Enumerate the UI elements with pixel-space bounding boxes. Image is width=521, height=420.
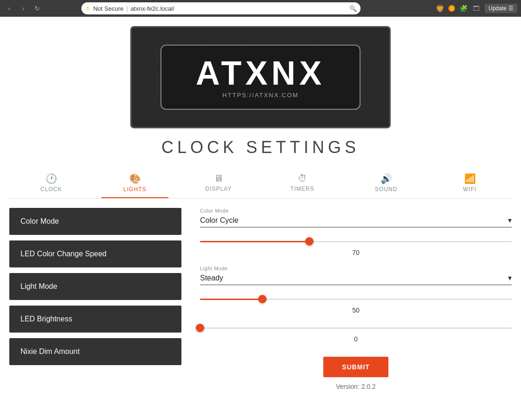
tab-clock-label: CLOCK	[40, 186, 62, 193]
color-mode-group: Color Mode Color Cycle Static Rainbow Br…	[200, 208, 512, 227]
nixie-dim-slider-thumb[interactable]	[196, 324, 204, 332]
tab-display-label: DISPLAY	[206, 186, 232, 192]
light-mode-group: Light Mode Steady Pulsing Flashing Off ▾	[200, 266, 512, 285]
controls-panel: Color Mode Color Cycle Static Rainbow Br…	[191, 208, 512, 390]
forward-button[interactable]: ›	[18, 3, 29, 14]
tab-clock[interactable]: 🕐 CLOCK	[9, 168, 93, 198]
tab-timers[interactable]: ⏱ TIMERS	[260, 168, 344, 198]
led-color-change-speed-button[interactable]: LED Color Change Speed	[9, 240, 181, 267]
led-brightness-slider-fill	[200, 299, 262, 300]
tab-sound[interactable]: 🔊 SOUND	[344, 168, 428, 198]
light-mode-select[interactable]: Steady Pulsing Flashing Off	[200, 273, 302, 283]
reload-button[interactable]: ↻	[32, 3, 43, 14]
color-mode-dropdown-wrapper: Color Cycle Static Rainbow Breathing ▾	[200, 215, 512, 227]
led-brightness-slider-container	[200, 294, 512, 304]
nixie-dim-slider-bg	[200, 327, 512, 329]
led-brightness-value: 50	[200, 307, 512, 314]
clock-icon: 🕐	[46, 173, 57, 184]
security-icon: ⚠	[85, 5, 90, 12]
color-mode-label: Color Mode	[200, 208, 512, 213]
security-label: Not Secure	[93, 5, 123, 12]
nixie-dim-value: 0	[200, 335, 512, 343]
update-button[interactable]: Update ☰	[485, 4, 517, 13]
light-mode-label: Light Mode	[200, 266, 512, 271]
led-speed-slider-thumb[interactable]	[305, 237, 314, 246]
separator: |	[126, 5, 127, 12]
light-mode-arrow-icon: ▾	[508, 273, 512, 282]
browser-right: 🦁 1 🧩 🗔 Update ☰	[435, 4, 517, 13]
nixie-dim-slider-container	[200, 323, 512, 333]
led-brightness-slider-group: 50	[200, 294, 512, 314]
led-brightness-button[interactable]: LED Brightness	[9, 306, 181, 333]
submit-area: SUBMIT Version: 2.0.2	[200, 357, 512, 390]
notification-badge: 1	[448, 5, 455, 12]
tab-sound-label: SOUND	[375, 186, 397, 193]
logo-inner: ATXNX HTTPS://ATXNX.COM	[160, 45, 361, 110]
tab-timers-label: TIMERS	[290, 186, 314, 192]
tab-display[interactable]: 🖥 DISPLAY	[177, 168, 260, 198]
tab-lights[interactable]: 🎨 LIGHTS	[93, 168, 177, 198]
tab-lights-label: LIGHTS	[123, 186, 146, 193]
led-speed-slider-container	[200, 237, 512, 246]
tab-wifi-label: WIFI	[463, 186, 476, 193]
wifi-icon: 📶	[464, 173, 476, 184]
profile-icon: 🗔	[472, 4, 481, 13]
display-icon: 🖥	[214, 173, 223, 184]
submit-button[interactable]: SUBMIT	[323, 357, 388, 377]
address-bar[interactable]: ⚠ Not Secure | atxnx-fe2c.local/ 🔍	[81, 2, 361, 14]
led-speed-slider-fill	[200, 241, 309, 242]
nixie-dim-slider-group: 0	[200, 323, 512, 343]
light-mode-button[interactable]: Light Mode	[9, 273, 181, 300]
sidebar: Color Mode LED Color Change Speed Light …	[9, 208, 191, 390]
page-content: ATXNX HTTPS://ATXNX.COM CLOCK SETTINGS 🕐…	[0, 17, 521, 413]
led-brightness-slider-thumb[interactable]	[258, 295, 267, 303]
tab-wifi[interactable]: 📶 WIFI	[428, 168, 512, 198]
logo-text: ATXNX	[196, 56, 326, 90]
page-title: CLOCK SETTINGS	[161, 138, 360, 157]
color-mode-select[interactable]: Color Cycle Static Rainbow Breathing	[200, 215, 302, 225]
main-content: Color Mode LED Color Change Speed Light …	[9, 199, 512, 400]
logo-container: ATXNX HTTPS://ATXNX.COM	[130, 26, 391, 128]
version-text: Version: 2.0.2	[336, 383, 376, 390]
url-text: atxnx-fe2c.local/	[131, 5, 174, 12]
light-mode-dropdown-wrapper: Steady Pulsing Flashing Off ▾	[200, 273, 512, 285]
search-icon: 🔍	[349, 5, 357, 12]
logo-url: HTTPS://ATXNX.COM	[222, 92, 299, 99]
color-mode-arrow-icon: ▾	[508, 216, 512, 225]
extensions-icon: 🧩	[459, 4, 468, 13]
led-speed-slider-group: 70	[200, 237, 512, 256]
nixie-dim-amount-button[interactable]: Nixie Dim Amount	[9, 338, 181, 365]
browser-chrome: ‹ › ↻ ⚠ Not Secure | atxnx-fe2c.local/ 🔍…	[0, 0, 521, 17]
sound-icon: 🔊	[381, 173, 392, 184]
back-button[interactable]: ‹	[4, 3, 15, 14]
brave-icon: 🦁	[435, 4, 445, 13]
timers-icon: ⏱	[298, 173, 307, 184]
led-speed-value: 70	[200, 249, 512, 256]
color-mode-button[interactable]: Color Mode	[9, 208, 181, 235]
tabs-container: 🕐 CLOCK 🎨 LIGHTS 🖥 DISPLAY ⏱ TIMERS 🔊 SO…	[9, 168, 512, 199]
lights-icon: 🎨	[129, 173, 141, 184]
